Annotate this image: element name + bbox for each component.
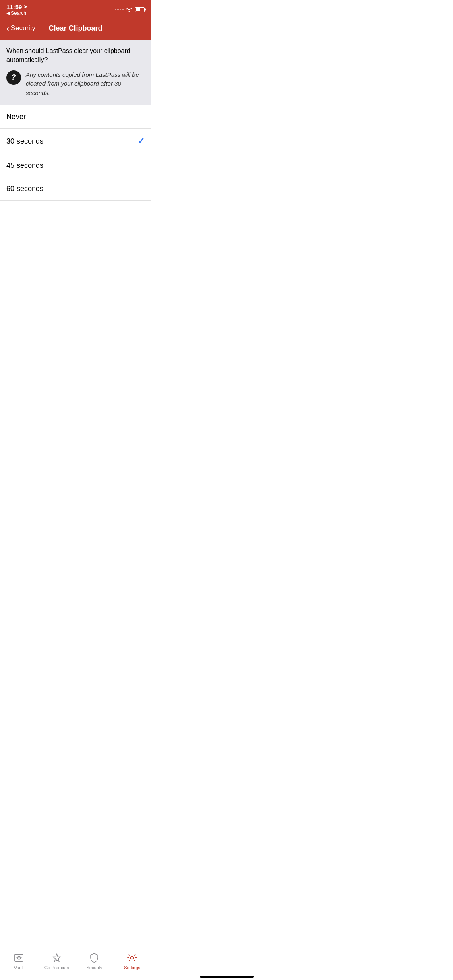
option-item-1[interactable]: 30 seconds✓	[0, 129, 151, 154]
status-search: ◀ Search	[6, 10, 27, 16]
info-banner: When should LastPass clear your clipboar…	[0, 40, 151, 105]
nav-bar: ‹ Security Clear Clipboard	[0, 18, 151, 40]
option-item-2[interactable]: 45 seconds	[0, 154, 151, 177]
status-bar-left: 11:59 ➤ ◀ Search	[6, 4, 27, 16]
info-note: ? Any contents copied from LastPass will…	[6, 70, 145, 98]
question-icon: ?	[6, 70, 21, 85]
options-list: Never30 seconds✓45 seconds60 seconds	[0, 105, 151, 201]
wifi-icon	[126, 7, 132, 12]
option-label-1: 30 seconds	[6, 137, 43, 146]
option-checkmark-1: ✓	[137, 136, 145, 146]
option-label-3: 60 seconds	[6, 185, 43, 193]
location-icon: ➤	[23, 4, 27, 10]
signal-icon	[115, 9, 124, 10]
option-item-0[interactable]: Never	[0, 105, 151, 129]
battery-icon	[135, 7, 145, 12]
chevron-left-icon: ‹	[6, 24, 9, 33]
option-item-3[interactable]: 60 seconds	[0, 177, 151, 201]
back-button[interactable]: ‹ Security	[6, 24, 43, 33]
info-note-text: Any contents copied from LastPass will b…	[26, 70, 145, 98]
back-label: Security	[11, 24, 35, 32]
status-icons	[115, 7, 145, 12]
info-question: When should LastPass clear your clipboar…	[6, 47, 145, 65]
status-time: 11:59 ➤	[6, 4, 27, 10]
option-label-0: Never	[6, 113, 26, 121]
option-label-2: 45 seconds	[6, 161, 43, 170]
page-title: Clear Clipboard	[43, 24, 108, 33]
status-bar: 11:59 ➤ ◀ Search	[0, 0, 151, 18]
